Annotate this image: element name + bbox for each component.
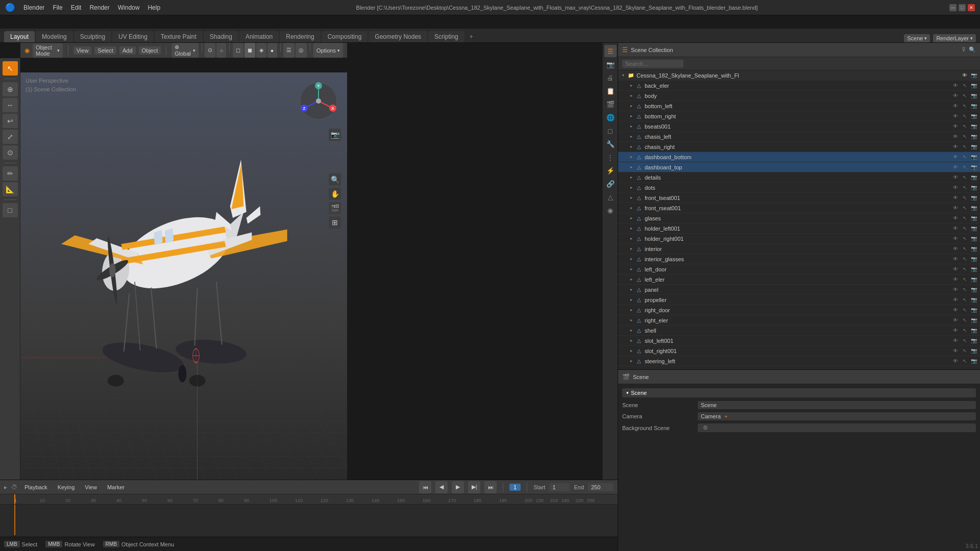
tab-shading[interactable]: Shading (204, 31, 238, 42)
expand-body[interactable]: ▸ (628, 93, 634, 99)
tab-geometry-nodes[interactable]: Geometry Nodes (369, 31, 427, 42)
item-chasis-left[interactable]: ▸ △ chasis_left 👁 ↖ 📷 (618, 132, 980, 142)
timeline-expand[interactable]: ▸ (4, 484, 7, 491)
tab-rendering[interactable]: Rendering (280, 31, 320, 42)
zoom-controls[interactable]: 📷 🔍 ✋ 🎬 ⊞ (329, 129, 341, 229)
object-mode-dropdown[interactable]: Object Mode (33, 43, 63, 58)
vis-body[interactable]: 👁 (951, 92, 960, 100)
vis-back-eler[interactable]: 👁 (951, 82, 960, 90)
sel-back-eler[interactable]: ↖ (961, 82, 969, 90)
move-tool[interactable]: ↔ (3, 98, 18, 112)
item-dashboard-bottom[interactable]: ▸ △ dashboard_bottom 👁 ↖ 📷 (618, 152, 980, 162)
render-btn[interactable]: 📷 (970, 71, 978, 80)
camera-value[interactable]: Camera + (698, 412, 976, 420)
outliner-icon[interactable]: ☰ (604, 45, 617, 57)
keying-menu[interactable]: Keying (55, 483, 78, 491)
sel-bottom-left[interactable]: ↖ (961, 102, 969, 110)
material-icon[interactable]: ◉ (604, 204, 617, 216)
item-right-door[interactable]: ▸ △ right_door 👁 ↖ 📷 (618, 305, 980, 315)
add-tool[interactable]: □ (3, 203, 18, 217)
render-back-eler[interactable]: 📷 (970, 82, 978, 90)
current-frame-display[interactable]: 1 (509, 484, 521, 491)
camera-new-icon[interactable]: + (724, 413, 727, 419)
background-scene-value[interactable]: ⚙ (698, 423, 976, 432)
maximize-button[interactable]: □ (959, 4, 966, 11)
view-menu[interactable]: View (74, 46, 92, 55)
tab-sculpting[interactable]: Sculpting (74, 31, 111, 42)
close-button[interactable]: ✕ (968, 4, 975, 11)
view-layer-icon[interactable]: 📋 (604, 85, 617, 97)
vis-btn[interactable]: 👁 (961, 71, 969, 80)
tab-scripting[interactable]: Scripting (428, 31, 464, 42)
item-shell[interactable]: ▸ △ shell 👁 ↖ 📷 (618, 325, 980, 336)
playback-menu[interactable]: Playback (21, 483, 51, 491)
item-front-lseat001[interactable]: ▸ △ front_lseat001 👁 ↖ 📷 (618, 193, 980, 203)
menu-blender[interactable]: Blender (19, 3, 48, 12)
item-interior-glasses[interactable]: ▸ △ interior_glasses 👁 ↖ 📷 (618, 254, 980, 264)
item-steering-left[interactable]: ▸ △ steering_left 👁 ↖ 📷 (618, 356, 980, 366)
options-dropdown[interactable]: Options (313, 43, 343, 58)
expand-back-eler[interactable]: ▸ (628, 83, 634, 89)
scene-selector[interactable]: Scene (904, 34, 930, 42)
object-menu[interactable]: Object (139, 46, 161, 55)
tab-compositing[interactable]: Compositing (322, 31, 368, 42)
start-frame-input[interactable] (549, 483, 570, 491)
navigation-gizmo[interactable]: Y X Z (298, 81, 339, 121)
menu-render[interactable]: Render (85, 3, 113, 12)
grid-btn[interactable]: ⊞ (329, 216, 341, 229)
output-props-icon[interactable]: 🖨 (604, 71, 617, 84)
transform-tool[interactable]: ⊙ (3, 145, 18, 160)
item-holder-left001[interactable]: ▸ △ holder_left001 👁 ↖ 📷 (618, 223, 980, 234)
shading-material[interactable]: ◈ (256, 43, 266, 58)
data-icon[interactable]: △ (604, 191, 617, 203)
bg-scene-icon[interactable]: ⚙ (703, 424, 708, 431)
global-transform[interactable]: ⊕ Global (172, 43, 199, 58)
render-body[interactable]: 📷 (970, 92, 978, 100)
item-propeller[interactable]: ▸ △ propeller 👁 ↖ 📷 (618, 295, 980, 305)
jump-end-btn[interactable]: ⏭ (484, 481, 497, 493)
outliner-root[interactable]: ▾ 📁 Cessna_182_Skylane_Seaplane_with_Fl … (618, 70, 980, 81)
item-back-eler[interactable]: ▸ △ back_eler 👁 ↖ 📷 (618, 81, 980, 91)
item-chasis-right[interactable]: ▸ △ chasis_right 👁 ↖ 📷 (618, 142, 980, 152)
outliner-search-icon[interactable]: 🔍 (969, 46, 976, 53)
item-slot-right001[interactable]: ▸ △ slot_right001 👁 ↖ 📷 (618, 346, 980, 356)
minimize-button[interactable]: — (949, 4, 957, 11)
measure-tool[interactable]: 📐 (3, 182, 18, 196)
prev-frame-btn[interactable]: ◀ (435, 481, 448, 493)
camera-icon[interactable]: 📷 (329, 129, 341, 141)
play-btn[interactable]: ▶ (452, 481, 464, 493)
item-body[interactable]: ▸ △ body 👁 ↖ 📷 (618, 91, 980, 101)
item-bottom-right[interactable]: ▸ △ bottom_right 👁 ↖ 📷 (618, 111, 980, 121)
add-menu[interactable]: Add (119, 46, 136, 55)
constraints-icon[interactable]: 🔗 (604, 178, 617, 190)
marker-menu[interactable]: Marker (104, 483, 128, 491)
zoom-in-btn[interactable]: 🔍 (329, 173, 341, 186)
outliner-filter-icon[interactable]: ⊽ (962, 46, 966, 53)
scene-section-title[interactable]: Scene (622, 388, 976, 397)
scale-tool[interactable]: ⤢ (3, 130, 18, 144)
overlay-toggle[interactable]: ☰ (283, 43, 295, 58)
select-menu[interactable]: Select (94, 46, 116, 55)
modifier-icon[interactable]: 🔧 (604, 138, 617, 150)
select-tool[interactable]: ↖ (3, 61, 18, 76)
end-frame-input[interactable] (588, 483, 614, 491)
shading-solid[interactable]: ◼ (244, 43, 255, 58)
pan-btn[interactable]: ✋ (329, 188, 341, 200)
item-interior[interactable]: ▸ △ interior 👁 ↖ 📷 (618, 244, 980, 254)
tab-modeling[interactable]: Modeling (36, 31, 73, 42)
outliner-search-input[interactable] (622, 60, 683, 68)
object-props-icon[interactable]: ◻ (604, 124, 617, 137)
tab-layout[interactable]: Layout (4, 31, 35, 42)
menu-window[interactable]: Window (114, 3, 144, 12)
vis-bottom-left[interactable]: 👁 (951, 102, 960, 110)
tab-animation[interactable]: Animation (239, 31, 279, 42)
item-bottom-left[interactable]: ▸ △ bottom_left 👁 ↖ 📷 (618, 101, 980, 111)
view-menu-tl[interactable]: View (82, 483, 100, 491)
expand-bottom-left[interactable]: ▸ (628, 103, 634, 109)
menu-help[interactable]: Help (143, 3, 164, 12)
item-right-eler[interactable]: ▸ △ right_eler 👁 ↖ 📷 (618, 315, 980, 325)
rotate-tool[interactable]: ↩ (3, 114, 18, 128)
sel-body[interactable]: ↖ (961, 92, 969, 100)
scene-value[interactable]: Scene (698, 401, 976, 409)
proportional-edit[interactable]: ○ (216, 43, 226, 58)
